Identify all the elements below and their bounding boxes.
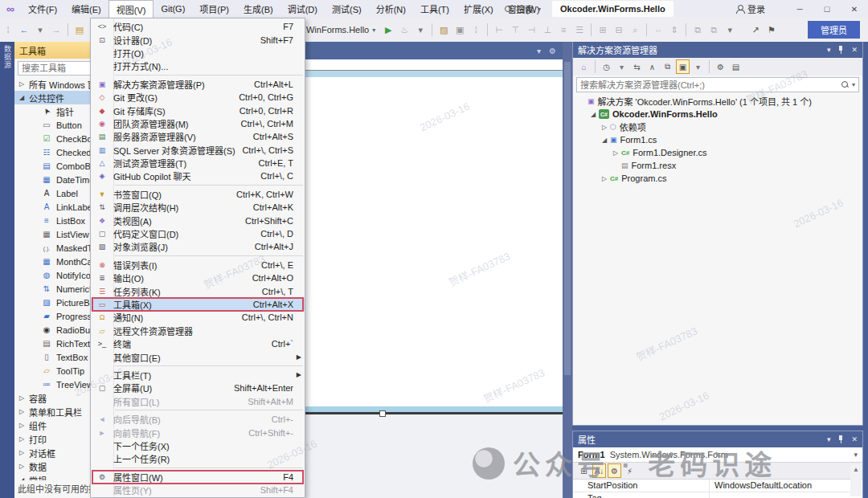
sign-in-button[interactable]: 登录 (735, 0, 765, 18)
run-icon[interactable]: ▶ (381, 22, 395, 38)
menu-item[interactable]: ◆Git 存储库(S)Ctrl+0, Ctrl+R (91, 104, 305, 116)
property-row[interactable]: StartPositionWindowsDefaultLocation (573, 480, 862, 492)
minimize-icon[interactable]: ─ (786, 0, 813, 18)
menu-item[interactable]: ▢代码定义窗口(D)Ctrl+\, D (91, 227, 305, 240)
menu-item[interactable]: ⊗错误列表(I)Ctrl+\, E (91, 259, 305, 271)
menubar-item[interactable]: 视图(V) (108, 0, 154, 18)
menu-item[interactable]: ⊡设计器(D)Shift+F7 (91, 33, 305, 46)
menubar-item[interactable]: 测试(S) (325, 0, 369, 18)
menu-item[interactable]: ⚙属性窗口(W)F4 (91, 471, 305, 484)
menubar-item[interactable]: 生成(B) (236, 0, 280, 18)
menu-item[interactable]: >_终端Ctrl+` (91, 337, 305, 350)
properties-scrollbar[interactable]: ▲ (850, 464, 862, 496)
menu-item[interactable]: ▥SQL Server 对象资源管理器(S)Ctrl+\, Ctrl+S (91, 144, 305, 157)
admin-button[interactable]: 管理员 (808, 21, 860, 39)
menubar-item[interactable]: 扩展(X) (457, 0, 501, 18)
chevron-down-icon[interactable]: ▾ (33, 22, 47, 38)
menu-item[interactable]: ☰任务列表(K)Ctrl+\, T (91, 284, 305, 297)
menubar-item[interactable]: 编辑(E) (64, 0, 108, 18)
bring-front-icon[interactable]: ⧉ (690, 22, 705, 38)
designer-scrollbar[interactable] (563, 42, 572, 498)
zoom-icon[interactable]: ⌕ (628, 22, 642, 38)
collapsed-arrow-icon[interactable]: ▷ (600, 124, 608, 131)
new-item-icon[interactable]: ▤ (72, 22, 87, 38)
collapsed-arrow-icon[interactable]: ▷ (612, 149, 620, 157)
gear-icon[interactable]: ⚙ (549, 47, 556, 55)
menu-item[interactable]: ▭工具箱(X)Ctrl+Alt+X (91, 298, 305, 311)
menu-item[interactable]: △测试资源管理器(T)Ctrl+E, T (91, 157, 305, 169)
chevron-down-icon[interactable]: ▾ (723, 22, 737, 38)
menu-item[interactable]: 上一个任务(R) (91, 452, 305, 465)
scrollbar-thumb[interactable] (564, 62, 571, 375)
close-icon[interactable]: ✕ (841, 0, 868, 18)
menu-item[interactable]: 打开(O) (91, 47, 305, 59)
tree-row[interactable]: ◢▣Form1.cs (573, 133, 862, 146)
menu-item[interactable]: ▱远程文件资源管理器 (91, 325, 305, 337)
pending-filter-icon[interactable]: ◷ (600, 59, 613, 74)
align-middle-icon[interactable]: ≡ (556, 22, 571, 38)
properties-titlebar[interactable]: 属性 ▾ ✕ (573, 431, 862, 447)
collapse-all-icon[interactable]: ∧ (645, 59, 659, 74)
menubar-item[interactable]: 项目(P) (192, 0, 236, 18)
align-top-icon[interactable]: ⊥ (540, 22, 555, 38)
sync-icon[interactable]: ⇆ (630, 59, 644, 74)
same-size-icon[interactable]: ⊞ (596, 22, 610, 38)
chevron-down-icon[interactable]: ▾ (852, 81, 855, 88)
scroll-up-icon[interactable]: ▲ (853, 466, 859, 496)
menu-item[interactable]: ◉团队资源管理器(M)Ctrl+\, Ctrl+M (91, 117, 305, 130)
chevron-down-icon[interactable]: ▾ (537, 47, 541, 55)
grip-icon[interactable]: ⁞ (1, 22, 15, 38)
pin-icon[interactable] (837, 46, 844, 55)
side-tab-data-sources[interactable]: 数据源 (2, 45, 13, 69)
tree-row[interactable]: ▷C#Form1.Designer.cs (573, 146, 862, 159)
search-box[interactable]: 搜索 ▾ (500, 2, 546, 16)
menu-item[interactable]: ◄向后导航(B)Ctrl+- (91, 413, 305, 426)
align-center-icon[interactable]: ⊤ (508, 22, 522, 38)
v-space-icon[interactable]: ⇕ (667, 22, 682, 38)
menu-item[interactable]: 工具栏(T)▶ (91, 369, 305, 382)
show-all-files-icon[interactable]: ▣ (676, 59, 690, 74)
solution-explorer-titlebar[interactable]: 解决方案资源管理器 ▾ ✕ (573, 42, 862, 58)
menu-item[interactable]: ⇅调用层次结构(H)Ctrl+Alt+K (91, 201, 305, 214)
menu-item[interactable]: 打开方式(N)... (91, 59, 305, 72)
hot-reload-icon[interactable]: ♨ (397, 22, 411, 38)
property-value[interactable]: WindowsDefaultLocation (710, 480, 862, 492)
menu-item[interactable]: 所有窗口(L)Shift+Alt+M (91, 395, 305, 408)
properties-object-selector[interactable]: Form1 System.Windows.Forms.Form ▾ (573, 447, 862, 463)
h-space-icon[interactable]: ⇔ (651, 22, 665, 38)
chevron-down-icon[interactable]: ▾ (827, 435, 831, 443)
menu-item[interactable]: ▤服务器资源管理器(V)Ctrl+Alt+S (91, 130, 305, 143)
tree-row[interactable]: ▷C#Program.cs (573, 172, 862, 185)
send-back-icon[interactable]: ⧉ (706, 22, 721, 38)
menu-item[interactable]: ►向前导航(F)Ctrl+Shift+- (91, 426, 305, 439)
menu-item[interactable]: ❖类视图(A)Ctrl+Shift+C (91, 214, 305, 227)
menu-item[interactable]: 属性页(Y)Shift+F4 (91, 484, 305, 496)
tree-row[interactable]: ◢C#Okcoder.WinForms.Hello (573, 108, 862, 120)
menu-item[interactable]: ≣输出(O)Ctrl+Alt+O (91, 271, 305, 284)
copy-icon[interactable]: ⧉ (661, 59, 674, 74)
wrench-icon[interactable]: ⚙ (714, 59, 727, 74)
home-icon[interactable]: ⌂ (577, 59, 591, 74)
chevron-down-icon[interactable]: ▾ (615, 59, 628, 74)
tree-row[interactable]: ▤Form1.resx (573, 159, 862, 172)
property-pages-icon[interactable]: ⚙ (608, 463, 621, 478)
property-value[interactable] (710, 492, 862, 498)
expanded-arrow-icon[interactable]: ◢ (600, 137, 608, 144)
menu-item[interactable]: Ω通知(N)Ctrl+\, Ctrl+N (91, 311, 305, 324)
menu-item[interactable]: ▼书签窗口(Q)Ctrl+K, Ctrl+W (91, 188, 305, 201)
size-to-grid-icon[interactable]: ⊟ (612, 22, 626, 38)
find-in-files-icon[interactable]: ▨ (436, 22, 451, 38)
forward-icon[interactable]: → (49, 22, 63, 38)
menu-item[interactable]: ▢全屏幕(U)Shift+Alt+Enter (91, 382, 305, 394)
menubar-item[interactable]: 文件(F) (21, 0, 64, 18)
feedback-icon[interactable]: ⚑ (764, 22, 779, 38)
menubar-item[interactable]: Git(G) (154, 0, 192, 18)
pin-icon[interactable] (837, 435, 844, 444)
tree-row[interactable]: ▣解决方案 'Okcoder.WinForms.Hello' (1 个项目, 共… (573, 95, 862, 108)
menu-item[interactable]: 其他窗口(E)▶ (91, 350, 305, 363)
close-icon[interactable]: ✕ (851, 46, 858, 54)
expanded-arrow-icon[interactable]: ◢ (589, 111, 597, 118)
preview-selected-icon[interactable]: ▤ (729, 59, 743, 74)
solution-search-input[interactable] (580, 80, 841, 90)
menu-item[interactable]: 下一个任务(X) (91, 439, 305, 452)
